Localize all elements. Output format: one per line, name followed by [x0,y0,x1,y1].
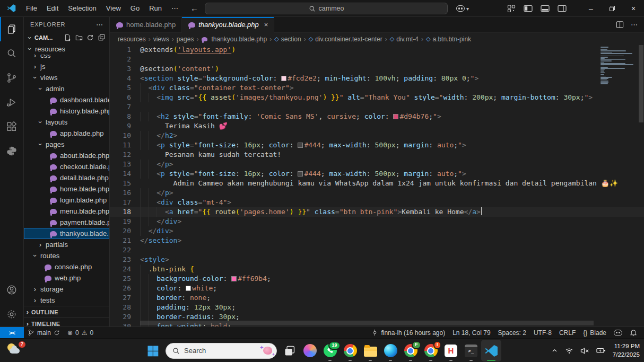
settings-gear-button[interactable] [0,302,23,326]
color-swatch[interactable] [231,276,237,281]
remote-indicator[interactable]: >< [0,327,24,338]
account-button[interactable] [0,278,23,302]
breadcrumb-item-div-container-text-center[interactable]: ◇div.container.text-center [309,36,382,43]
code-line-5[interactable]: 5<div class="container text-center"> [110,83,644,93]
menu-run[interactable]: Run [144,1,167,16]
line-number[interactable]: 16 [110,188,140,198]
line-number[interactable]: 10 [110,131,140,140]
code-line-12[interactable]: 12 Pesanan kamu sudah tercatat! [110,150,644,160]
tree-item-views[interactable]: ›views [24,72,109,83]
menu-selection[interactable]: Selection [63,1,101,16]
tree-item-layouts[interactable]: ›layouts [24,117,109,128]
tree-item-menu-blade-php[interactable]: menu.blade.php [24,206,109,217]
code-line-8[interactable]: 8<h2 style="font-family: 'Comic Sans MS'… [110,112,644,121]
code-line-4[interactable]: 4<section style="background-color: #fcd2… [110,74,644,83]
tree-item-login-blade-php[interactable]: login.blade.php [24,195,109,206]
breadcrumb-item-resources[interactable]: resources [118,36,146,43]
code-line-22[interactable]: 22 [110,245,644,255]
line-number[interactable]: 1 [110,45,140,55]
line-number[interactable]: 4 [110,74,140,83]
code-line-21[interactable]: 21</section> [110,236,644,245]
copilot-status[interactable] [610,327,626,338]
copilot-menu[interactable]: ▾ [456,0,469,17]
tree-item-payment-blade-php[interactable]: payment.blade.php [24,217,109,228]
tree-item-css[interactable]: ›css [24,55,109,61]
sidebar-item-python[interactable] [0,139,23,163]
line-number[interactable]: 9 [110,121,140,131]
code-line-15[interactable]: 15 Admin Cammeo akan menghubungi kamu vi… [110,179,644,188]
tree-item-detail-blade-php[interactable]: detail.blade.php [24,172,109,183]
code-line-24[interactable]: 24.btn-pink { [110,264,644,274]
language-mode-status[interactable]: {} Blade [579,327,610,338]
breadcrumb-item-a-btn-btn-pink[interactable]: ◇a.btn.btn-pink [426,36,471,43]
battery-icon[interactable] [596,347,606,354]
code-line-26[interactable]: 26color: white; [110,284,644,293]
line-number[interactable]: 19 [110,217,140,226]
tree-item-history-blade-php[interactable]: history.blade.php [24,105,109,117]
explorer-more-actions-button[interactable]: ⋯ [96,21,103,29]
split-editor-button[interactable] [616,21,624,29]
restore-button[interactable] [602,0,623,17]
volume-muted-icon[interactable] [580,347,589,355]
line-number[interactable]: 25 [110,274,140,284]
code-line-19[interactable]: 19</div> [110,217,644,226]
cursor-position-status[interactable]: Ln 18, Col 79 [449,327,494,338]
taskbar-chrome-profile-i-button[interactable]: I [421,340,441,361]
line-number[interactable]: 20 [110,226,140,236]
color-swatch[interactable] [186,286,191,291]
taskbar-terminal-button[interactable]: >_ [461,340,481,361]
sidebar-item-search[interactable] [0,41,23,66]
sidebar-item-explorer[interactable] [0,17,23,41]
task-view-button[interactable] [280,340,300,361]
timeline-section[interactable]: › TIMELINE [24,317,109,326]
code-line-9[interactable]: 9 Terima Kasih 💕 [110,121,644,131]
tree-item-partials[interactable]: ›partials [24,239,109,250]
line-number[interactable]: 7 [110,102,140,112]
taskbar-vscode-button[interactable] [481,340,501,361]
encoding-status[interactable]: UTF-8 [530,327,555,338]
taskbar-whatsapp-button[interactable]: 19 [320,340,340,361]
tree-item-storage[interactable]: ›storage [24,284,109,295]
line-number[interactable]: 6 [110,93,140,102]
new-file-button[interactable] [64,34,72,41]
tree-item-thankyou-blade-p-[interactable]: thankyou.blade.p... [24,228,109,239]
code-line-11[interactable]: 11<p style="font-size: 16px; color: #444… [110,140,644,150]
code-line-3[interactable]: 3@section('content') [110,64,644,74]
code-editor[interactable]: 1@extends('layouts.app')23@section('cont… [110,45,644,326]
git-branch-status[interactable]: main [24,327,64,338]
tab-thankyou-blade[interactable]: thankyou.blade.php × [182,17,274,33]
vertical-scrollbar[interactable] [639,45,643,122]
refresh-button[interactable] [86,34,94,41]
toggle-panel-button[interactable] [541,4,550,13]
clock-widget[interactable]: 11:29 PM 7/22/2025 [613,342,640,359]
sidebar-item-extensions[interactable] [0,114,23,139]
color-swatch[interactable] [298,143,303,148]
breadcrumb-item-thankyou-blade-php[interactable]: thankyou.blade.php [201,36,267,43]
breadcrumb-item-pages[interactable]: pages [177,36,194,43]
code-line-23[interactable]: 23<style> [110,255,644,264]
color-swatch[interactable] [298,171,303,176]
tree-item-pages[interactable]: ›pages [24,139,109,150]
editor-more-actions-button[interactable]: ⋯ [631,21,638,29]
line-number[interactable]: 29 [110,312,140,322]
tree-item-console-php[interactable]: console.php [24,261,109,272]
line-number[interactable]: 15 [110,179,140,188]
line-number[interactable]: 14 [110,169,140,179]
tree-item-web-php[interactable]: web.php [24,272,109,284]
taskbar-search-box[interactable]: Search [166,343,277,359]
line-number[interactable]: 23 [110,255,140,264]
line-number[interactable]: 5 [110,83,140,93]
eol-status[interactable]: CRLF [555,327,579,338]
line-number[interactable]: 24 [110,264,140,274]
tree-item-routes[interactable]: ›routes [24,250,109,261]
breadcrumb-item-section[interactable]: ◇section [274,36,301,43]
tree-item-checkout-blade-p-[interactable]: checkout.blade.p... [24,161,109,172]
minimize-button[interactable]: – [580,0,602,17]
tree-item-dashboard-blade-[interactable]: dashboard.blade.... [24,94,109,105]
line-number[interactable]: 30 [110,322,140,326]
toggle-primary-sidebar-button[interactable] [524,4,533,13]
tray-chevron-up-icon[interactable] [551,347,558,354]
code-line-10[interactable]: 10</h2> [110,131,644,140]
outline-section[interactable]: › OUTLINE [24,306,109,317]
project-section-header[interactable]: › CAM... [24,32,109,43]
